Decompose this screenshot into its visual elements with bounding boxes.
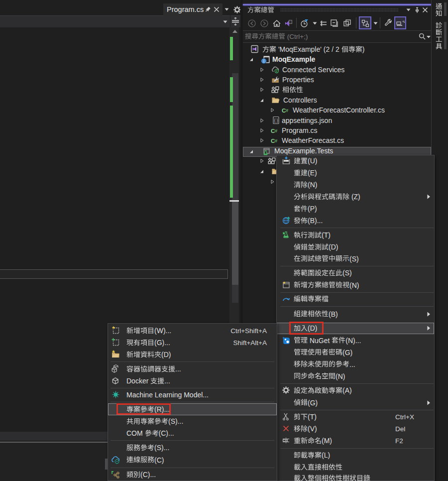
svg-text:#: # [286,108,289,113]
svg-text:{ }: { } [274,118,278,123]
svg-text:#: # [275,128,278,133]
svg-text:#: # [275,138,278,143]
